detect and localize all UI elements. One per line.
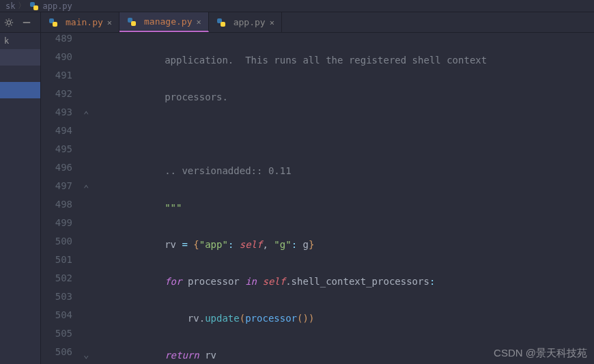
editor-body: k 489490491 492493494 495496497 49849950… (0, 33, 594, 364)
python-icon (48, 17, 59, 28)
svg-rect-1 (33, 5, 38, 10)
minimize-icon[interactable] (20, 16, 33, 29)
keyword: for (165, 276, 182, 287)
svg-rect-7 (131, 21, 136, 26)
svg-rect-5 (53, 22, 57, 27)
tab-manage[interactable]: manage.py ✕ (119, 12, 209, 32)
tab-label: main.py (66, 17, 103, 27)
breadcrumb-folder[interactable]: sk (5, 1, 15, 11)
python-icon (126, 16, 137, 27)
tab-label: manage.py (144, 16, 192, 27)
docstring-text: .. versionadded:: (165, 165, 268, 176)
python-icon (216, 17, 227, 28)
fold-gutter: ⌃ ⌃ ⌄ (82, 33, 96, 364)
variable: rv (165, 239, 176, 250)
gear-icon[interactable] (3, 16, 15, 29)
svg-rect-9 (221, 22, 225, 27)
fold-marker-icon[interactable]: ⌄ (83, 349, 91, 357)
close-icon[interactable]: ✕ (107, 18, 112, 27)
tab-bar-row: main.py ✕ manage.py ✕ app.py ✕ (0, 12, 594, 33)
sidebar-item-selected[interactable] (0, 82, 40, 98)
docstring-text: application. This runs all the registere… (165, 55, 487, 66)
tab-main[interactable]: main.py ✕ (41, 12, 119, 32)
breadcrumb-separator: 〉 (18, 0, 26, 12)
tab-app[interactable]: app.py ✕ (209, 12, 282, 32)
line-number-gutter: 489490491 492493494 495496497 498499500 … (41, 33, 82, 364)
docstring-text: 0.11 (268, 165, 292, 176)
sidebar-item[interactable] (0, 66, 40, 82)
close-icon[interactable]: ✕ (196, 17, 201, 27)
close-icon[interactable]: ✕ (270, 18, 274, 27)
breadcrumb-file[interactable]: app.py (42, 1, 72, 11)
svg-point-2 (7, 20, 10, 24)
sidebar-item[interactable] (0, 49, 40, 66)
docstring-text: processors. (165, 92, 228, 102)
editor-tabs: main.py ✕ manage.py ✕ app.py ✕ (41, 12, 282, 32)
fold-marker-icon[interactable]: ⌃ (83, 109, 91, 117)
left-toolbar (0, 12, 41, 32)
docstring-end: """ (165, 202, 182, 213)
project-sidebar[interactable]: k (0, 33, 41, 364)
fold-marker-icon[interactable]: ⌃ (83, 183, 91, 191)
tab-label: app.py (234, 17, 266, 27)
code-editor[interactable]: 489490491 492493494 495496497 498499500 … (41, 33, 594, 364)
sidebar-item[interactable]: k (0, 33, 40, 49)
breadcrumb: sk 〉 app.py (0, 0, 594, 12)
code-area[interactable]: application. This runs all the registere… (96, 33, 594, 364)
python-icon (29, 1, 40, 12)
keyword: return (165, 350, 199, 361)
